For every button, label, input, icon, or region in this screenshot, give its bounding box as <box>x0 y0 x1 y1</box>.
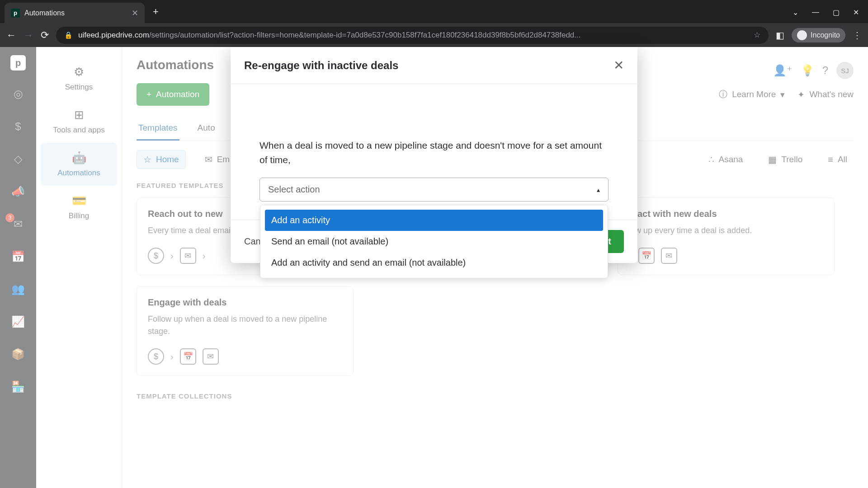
close-icon[interactable]: ✕ <box>613 58 624 73</box>
maximize-icon[interactable]: ▢ <box>833 8 840 17</box>
new-tab-button[interactable]: + <box>153 6 159 18</box>
url-text: uifeed.pipedrive.com/settings/automation… <box>78 31 748 40</box>
back-button[interactable]: ← <box>6 29 16 41</box>
close-window-icon[interactable]: ✕ <box>853 8 859 17</box>
modal: Re-engage with inactive deals ✕ When a d… <box>231 47 637 263</box>
action-select[interactable]: Select action ▴ Add an activity Send an … <box>259 178 609 202</box>
dropdown-option-add-and-send[interactable]: Add an activity and send an email (not a… <box>265 252 603 273</box>
forward-button: → <box>24 29 33 41</box>
modal-prompt: When a deal is moved to a new pipeline s… <box>259 138 609 167</box>
browser-tab-bar: p Automations ✕ + ⌄ — ▢ ✕ <box>0 0 868 23</box>
reload-button[interactable]: ⟳ <box>41 29 49 41</box>
modal-overlay: Re-engage with inactive deals ✕ When a d… <box>0 47 868 488</box>
minimize-icon[interactable]: — <box>812 8 819 17</box>
incognito-icon <box>797 30 807 40</box>
menu-icon[interactable]: ⋮ <box>853 30 862 41</box>
browser-tab[interactable]: p Automations ✕ <box>5 3 145 23</box>
caret-up-icon: ▴ <box>597 186 600 193</box>
dropdown-option-send-email[interactable]: Send an email (not available) <box>265 231 603 252</box>
tab-title: Automations <box>24 9 127 17</box>
star-icon[interactable]: ☆ <box>754 30 760 40</box>
browser-toolbar: ← → ⟳ 🔒 uifeed.pipedrive.com/settings/au… <box>0 23 868 47</box>
extensions-icon[interactable]: ◧ <box>776 30 784 41</box>
close-tab-icon[interactable]: ✕ <box>132 8 138 18</box>
lock-icon: 🔒 <box>64 31 73 39</box>
modal-body: When a deal is moved to a new pipeline s… <box>231 84 637 220</box>
address-bar[interactable]: 🔒 uifeed.pipedrive.com/settings/automati… <box>56 27 769 44</box>
window-controls: ⌄ — ▢ ✕ <box>793 8 859 17</box>
select-placeholder: Select action <box>268 184 320 195</box>
pipedrive-favicon: p <box>11 9 20 18</box>
action-dropdown: Add an activity Send an email (not avail… <box>260 205 608 278</box>
chevron-down-icon[interactable]: ⌄ <box>793 8 798 17</box>
dropdown-option-add-activity[interactable]: Add an activity <box>265 210 603 231</box>
incognito-badge: Incognito <box>792 28 845 42</box>
modal-header: Re-engage with inactive deals ✕ <box>231 47 637 84</box>
modal-title: Re-engage with inactive deals <box>244 59 398 72</box>
